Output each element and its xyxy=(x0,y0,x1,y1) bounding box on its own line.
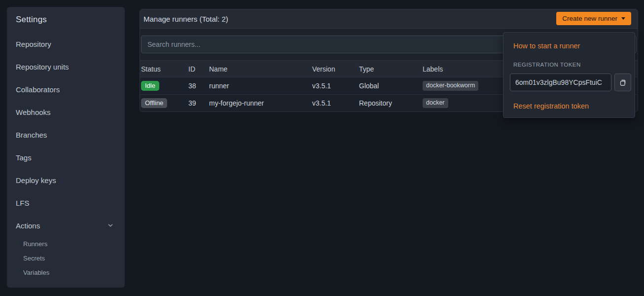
sidebar-item-lfs[interactable]: LFS xyxy=(16,191,116,214)
copy-token-button[interactable] xyxy=(614,74,631,91)
column-header-id: ID xyxy=(188,65,209,73)
chevron-down-icon xyxy=(107,222,114,229)
sidebar-item-branches[interactable]: Branches xyxy=(16,123,116,146)
column-header-type: Type xyxy=(359,65,423,73)
sidebar-title: Settings xyxy=(16,7,116,33)
panel-header: Manage runners (Total: 2) Create new run… xyxy=(140,9,638,29)
column-header-status: Status xyxy=(141,65,188,73)
copy-icon xyxy=(619,78,627,86)
how-to-start-runner-link[interactable]: How to start a runner xyxy=(513,42,625,50)
sidebar-item-label: Actions xyxy=(16,222,40,230)
runner-type: Global xyxy=(359,82,423,90)
runner-version: v3.5.1 xyxy=(312,99,359,107)
sidebar-item-label: LFS xyxy=(16,199,30,207)
page-title: Manage runners (Total: 2) xyxy=(143,15,228,23)
registration-token-input[interactable] xyxy=(510,74,611,91)
sidebar-item-label: Repository xyxy=(16,40,51,48)
runner-id: 39 xyxy=(188,99,209,107)
sidebar-item-secrets[interactable]: Secrets xyxy=(16,251,116,265)
sidebar-item-deploy-keys[interactable]: Deploy keys xyxy=(16,169,116,191)
sidebar-item-label: Repository units xyxy=(16,63,69,71)
runner-id: 38 xyxy=(188,82,209,90)
sidebar-item-webhooks[interactable]: Webhooks xyxy=(16,101,116,123)
sidebar-subitem-label: Secrets xyxy=(23,255,45,262)
caret-down-icon xyxy=(621,17,625,20)
sidebar-item-runners[interactable]: Runners xyxy=(16,237,116,251)
sidebar-item-label: Webhooks xyxy=(16,108,51,116)
status-badge: Idle xyxy=(141,81,159,91)
column-header-name: Name xyxy=(209,65,312,73)
create-new-runner-button[interactable]: Create new runner xyxy=(556,12,631,25)
sidebar-item-repository-units[interactable]: Repository units xyxy=(16,55,116,78)
sidebar-subitem-label: Variables xyxy=(23,269,49,276)
registration-token-label: REGISTRATION TOKEN xyxy=(513,62,625,68)
create-new-runner-label: Create new runner xyxy=(562,15,617,22)
sidebar-item-label: Branches xyxy=(16,131,47,139)
runner-label-chip: docker-bookworm xyxy=(423,81,478,91)
sidebar-item-label: Deploy keys xyxy=(16,176,56,185)
sidebar-item-collaborators[interactable]: Collaborators xyxy=(16,78,116,101)
runner-name: my-forgejo-runner xyxy=(209,99,312,107)
reset-registration-token-link[interactable]: Reset registration token xyxy=(513,102,625,110)
column-header-version: Version xyxy=(312,65,359,73)
runner-type: Repository xyxy=(359,99,423,107)
sidebar-subitem-label: Runners xyxy=(23,240,47,248)
sidebar-item-actions[interactable]: Actions xyxy=(16,214,116,237)
sidebar-item-variables[interactable]: Variables xyxy=(16,265,116,280)
sidebar-item-label: Tags xyxy=(16,153,32,162)
sidebar-item-tags[interactable]: Tags xyxy=(16,146,116,169)
status-badge: Offline xyxy=(141,98,167,109)
sidebar-item-label: Collaborators xyxy=(16,85,60,94)
runner-version: v3.5.1 xyxy=(312,82,359,90)
sidebar-item-repository[interactable]: Repository xyxy=(16,33,116,55)
registration-token-row xyxy=(510,74,631,91)
create-runner-dropdown: How to start a runner REGISTRATION TOKEN… xyxy=(503,32,635,118)
settings-sidebar: Settings Repository Repository units Col… xyxy=(7,7,125,288)
runner-label-chip: docker xyxy=(423,98,448,109)
runner-name: runner xyxy=(209,82,312,90)
